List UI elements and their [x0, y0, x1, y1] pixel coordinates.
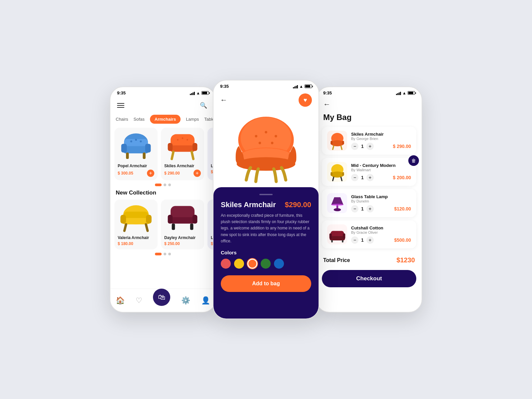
bag-item-brand-lamp: By Dunelm	[351, 199, 411, 203]
bag-item-name-skiles: Skiles Armchair	[351, 132, 411, 137]
svg-point-59	[331, 171, 344, 177]
svg-line-30	[124, 224, 126, 231]
color-yellow[interactable]	[234, 259, 244, 269]
tab-chairs[interactable]: Chairs	[116, 117, 128, 122]
qty-minus-skiles[interactable]: −	[351, 143, 358, 150]
svg-rect-54	[331, 141, 332, 144]
colors-label: Colors	[221, 250, 311, 255]
favorite-button[interactable]: ♥	[299, 93, 312, 107]
qty-minus-cutshall[interactable]: −	[351, 236, 358, 244]
time-left: 9:35	[117, 90, 126, 95]
detail-description: An exceptionally crafted piece of furnit…	[221, 212, 311, 244]
nav-profile[interactable]: 👤	[201, 296, 210, 305]
delete-midcentury-button[interactable]: 🗑	[408, 155, 419, 166]
tab-armchairs[interactable]: Armchairs	[150, 115, 181, 124]
main-product-image	[213, 111, 319, 187]
qty-minus-midcentury[interactable]: −	[351, 174, 358, 181]
status-icons-center: ▲	[293, 84, 312, 89]
product-name-popel: Popel Armchair	[118, 164, 154, 168]
product-price-skiles: $ 290.00	[164, 171, 180, 176]
product-card-valeria[interactable]: Valeria Armchair $ 180.00	[114, 200, 158, 249]
checkout-button[interactable]: Checkout	[322, 270, 416, 287]
qty-minus-lamp[interactable]: −	[351, 205, 358, 212]
battery-center-icon	[305, 84, 312, 88]
qty-num-midcentury: 1	[361, 175, 364, 180]
bag-item-cutshall: Cutshall Cotton By Gracie Oliver − 1 + $…	[322, 220, 416, 248]
color-blue[interactable]	[274, 259, 284, 269]
time-center: 9:35	[220, 84, 229, 89]
product-card-popel[interactable]: Popel Armchair $ 300.05 +	[114, 128, 158, 180]
svg-rect-71	[331, 240, 333, 242]
svg-rect-61	[342, 172, 344, 176]
add-skiles-button[interactable]: +	[194, 170, 201, 177]
orange-chair-small-icon	[164, 131, 201, 161]
svg-line-62	[332, 177, 333, 181]
product-price-popel: $ 300.05	[118, 171, 133, 176]
color-green[interactable]	[261, 259, 271, 269]
bag-item-name-cutshall: Cutshall Cotton	[351, 225, 411, 230]
status-bar-left: 9:35 ▲	[110, 87, 215, 97]
dot-2-3	[168, 253, 171, 255]
bag-item-info-lamp: Glass Table Lamp By Dunelm − 1 + $120.00	[351, 194, 411, 212]
nav-settings[interactable]: ⚙️	[181, 296, 190, 305]
blue-chair-icon	[118, 131, 154, 161]
bag-item-midcentury: 🗑 Mid - Century Modern By Wallmart −	[322, 158, 416, 186]
qty-plus-midcentury[interactable]: +	[366, 174, 374, 181]
dot-2-active	[155, 253, 162, 255]
qty-num-lamp: 1	[361, 206, 364, 211]
product-image-popel	[118, 131, 154, 161]
product-card-skiles[interactable]: Skiles Armchair $ 290.00 +	[161, 128, 204, 180]
nav-bag[interactable]: 🛍	[153, 289, 170, 306]
status-icons-right: ▲	[396, 91, 415, 95]
tab-sofas[interactable]: Sofas	[134, 117, 145, 122]
nav-heart[interactable]: ♡	[136, 296, 142, 305]
svg-point-7	[130, 140, 132, 142]
svg-point-66	[331, 203, 343, 206]
right-header: ←	[317, 97, 422, 113]
svg-rect-3	[121, 144, 127, 152]
bag-item-brand-skiles: By George Brien	[351, 137, 411, 141]
bag-cutshall-sofa-icon	[328, 225, 346, 244]
back-button[interactable]: ←	[220, 96, 227, 104]
qty-controls-skiles: − 1 +	[351, 143, 374, 150]
right-back-button[interactable]: ←	[323, 100, 331, 109]
battery-right-icon	[408, 91, 415, 95]
signal-right-icon	[396, 91, 401, 95]
bag-item-name-midcentury: Mid - Century Modern	[351, 163, 411, 168]
svg-line-56	[332, 146, 333, 149]
featured-products-grid: Popel Armchair $ 300.05 +	[110, 128, 215, 180]
svg-rect-72	[342, 240, 343, 242]
qty-num-skiles: 1	[361, 144, 364, 149]
product-card-dayley[interactable]: Dayley Armchair $ 250.00	[161, 200, 204, 249]
product-price-dayley: $ 250.00	[164, 241, 180, 246]
bag-skiles-chair-icon	[328, 132, 346, 150]
bag-item-image-midcentury	[327, 162, 347, 182]
bag-item-lamp: Glass Table Lamp By Dunelm − 1 + $120.00	[322, 189, 416, 217]
svg-rect-69	[329, 233, 332, 239]
qty-plus-lamp[interactable]: +	[366, 205, 374, 212]
menu-button[interactable]	[117, 103, 124, 108]
product-price-row-popel: $ 300.05 +	[118, 170, 154, 177]
color-orange[interactable]	[247, 259, 257, 269]
product-name-skiles: Skiles Armchair	[164, 164, 201, 168]
product-name-dayley: Dayley Armchair	[164, 235, 201, 240]
search-button[interactable]: 🔍	[198, 100, 209, 111]
svg-rect-6	[143, 153, 145, 159]
dot-1-3	[168, 184, 171, 186]
product-price-row-dayley: $ 250.00	[164, 241, 201, 246]
svg-rect-55	[342, 141, 344, 144]
phones-container: 9:35 ▲ 🔍 Chairs Sofas Armchairs La	[110, 80, 422, 319]
add-popel-button[interactable]: +	[147, 170, 154, 177]
add-to-bag-button[interactable]: Add to bag	[221, 275, 311, 292]
qty-plus-cutshall[interactable]: +	[366, 236, 374, 244]
svg-point-53	[331, 140, 344, 146]
product-price-row-valeria: $ 180.00	[118, 241, 154, 246]
total-row: Total Price $1230	[317, 252, 422, 269]
item-price-midcentury: $ 200.00	[393, 175, 411, 180]
bag-item-brand-midcentury: By Wallmart	[351, 168, 411, 172]
color-red[interactable]	[221, 259, 231, 269]
nav-home[interactable]: 🏠	[116, 296, 125, 305]
tab-lamps[interactable]: Lamps	[186, 117, 199, 122]
wifi-center-icon: ▲	[299, 84, 303, 89]
qty-plus-skiles[interactable]: +	[366, 143, 374, 150]
